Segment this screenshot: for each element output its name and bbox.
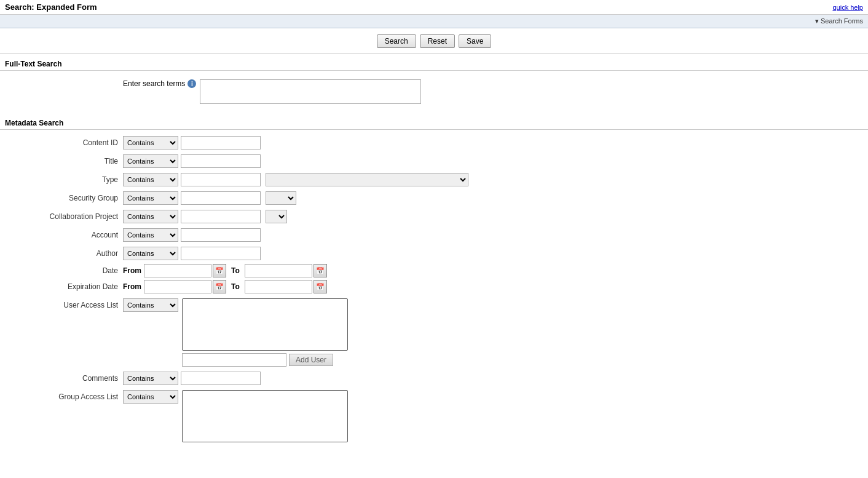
collaboration-project-operator[interactable]: ContainsMatchesStartsEnds xyxy=(123,210,178,223)
content-id-row: Content ID ContainsMatchesStartsEnds xyxy=(0,135,868,151)
action-bar: Search Reset Save xyxy=(0,28,868,54)
user-access-list-input[interactable] xyxy=(182,353,286,367)
security-group-input[interactable] xyxy=(181,191,261,205)
info-icon[interactable]: i xyxy=(187,79,196,88)
expiration-to-label: To xyxy=(231,282,240,291)
quick-help-link[interactable]: quick help xyxy=(832,4,863,11)
type-label: Type xyxy=(0,175,123,184)
date-label: Date xyxy=(0,266,123,275)
date-row: Date From 📅 To 📅 xyxy=(0,264,868,277)
type-input[interactable] xyxy=(181,173,261,186)
fulltext-section-header: Full-Text Search xyxy=(0,56,868,71)
expiration-to-input[interactable] xyxy=(245,280,312,293)
content-id-input[interactable] xyxy=(181,136,261,149)
group-access-list-label: Group Access List xyxy=(0,390,123,401)
page-title: Search: Expanded Form xyxy=(5,2,97,12)
page-header: Search: Expanded Form quick help xyxy=(0,0,868,15)
comments-label: Comments xyxy=(0,374,123,383)
fulltext-search-section: Full-Text Search Enter search terms i xyxy=(0,54,868,110)
account-label: Account xyxy=(0,231,123,239)
user-access-list-listbox[interactable] xyxy=(182,298,348,351)
save-button[interactable]: Save xyxy=(459,34,491,48)
account-operator[interactable]: ContainsMatchesStartsEnds xyxy=(123,228,178,242)
metadata-search-section: Metadata Search Content ID ContainsMatch… xyxy=(0,113,868,447)
search-forms-toggle[interactable]: Search Forms xyxy=(815,17,863,25)
user-access-list-label: User Access List xyxy=(0,298,123,309)
title-label: Title xyxy=(0,157,123,165)
user-access-list-input-row: Add User xyxy=(182,353,348,367)
comments-input[interactable] xyxy=(181,372,261,385)
expiration-to-calendar-button[interactable]: 📅 xyxy=(314,280,327,293)
date-to-input[interactable] xyxy=(245,264,312,277)
comments-row: Comments ContainsMatchesStartsEnds xyxy=(0,372,868,385)
author-row: Author ContainsMatchesStartsEnds xyxy=(0,245,868,261)
title-operator[interactable]: ContainsMatchesStartsEnds xyxy=(123,154,178,168)
search-button[interactable]: Search xyxy=(377,34,416,48)
collaboration-project-label: Collaboration Project xyxy=(0,212,123,221)
date-from-label: From xyxy=(123,266,141,275)
type-row: Type ContainsMatchesStartsEnds xyxy=(0,172,868,188)
account-input[interactable] xyxy=(181,228,261,242)
user-access-list-content: Add User xyxy=(182,298,348,367)
group-access-list-row: Group Access List ContainsMatches xyxy=(0,390,868,442)
user-access-list-operator[interactable]: ContainsMatches xyxy=(123,298,178,312)
reset-button[interactable]: Reset xyxy=(420,34,455,48)
expiration-from-input[interactable] xyxy=(144,280,211,293)
date-from-input[interactable] xyxy=(144,264,211,277)
date-to-label: To xyxy=(231,266,240,275)
collaboration-project-input[interactable] xyxy=(181,210,261,223)
fulltext-label-text: Enter search terms xyxy=(123,79,185,88)
collaboration-project-dropdown[interactable] xyxy=(266,210,287,223)
security-group-label: Security Group xyxy=(0,194,123,202)
fulltext-row: Enter search terms i xyxy=(0,76,868,108)
author-input[interactable] xyxy=(181,247,261,260)
collaboration-project-row: Collaboration Project ContainsMatchesSta… xyxy=(0,209,868,225)
date-to-calendar-button[interactable]: 📅 xyxy=(314,264,327,277)
author-label: Author xyxy=(0,249,123,258)
expiration-date-label: Expiration Date xyxy=(0,282,123,291)
content-id-label: Content ID xyxy=(0,138,123,147)
type-dropdown[interactable] xyxy=(266,173,468,186)
content-id-operator[interactable]: ContainsMatchesStartsEnds xyxy=(123,136,178,149)
author-operator[interactable]: ContainsMatchesStartsEnds xyxy=(123,247,178,260)
metadata-section-header: Metadata Search xyxy=(0,115,868,130)
expiration-from-calendar-button[interactable]: 📅 xyxy=(213,280,226,293)
add-user-button[interactable]: Add User xyxy=(289,354,333,366)
security-group-operator[interactable]: ContainsMatchesStartsEnds xyxy=(123,191,178,205)
fulltext-label: Enter search terms i xyxy=(123,79,196,88)
search-forms-bar: Search Forms xyxy=(0,15,868,28)
security-group-row: Security Group ContainsMatchesStartsEnds xyxy=(0,190,868,206)
title-row: Title ContainsMatchesStartsEnds xyxy=(0,153,868,169)
fulltext-textarea[interactable] xyxy=(200,79,421,104)
security-group-dropdown[interactable] xyxy=(266,191,296,205)
title-input[interactable] xyxy=(181,154,261,168)
group-access-list-listbox[interactable] xyxy=(182,390,348,442)
group-access-list-operator[interactable]: ContainsMatches xyxy=(123,390,178,404)
account-row: Account ContainsMatchesStartsEnds xyxy=(0,227,868,243)
expiration-from-label: From xyxy=(123,282,141,291)
type-operator[interactable]: ContainsMatchesStartsEnds xyxy=(123,173,178,186)
user-access-list-row: User Access List ContainsMatches Add Use… xyxy=(0,298,868,367)
expiration-date-row: Expiration Date From 📅 To 📅 xyxy=(0,280,868,293)
date-from-calendar-button[interactable]: 📅 xyxy=(213,264,226,277)
comments-operator[interactable]: ContainsMatchesStartsEnds xyxy=(123,372,178,385)
